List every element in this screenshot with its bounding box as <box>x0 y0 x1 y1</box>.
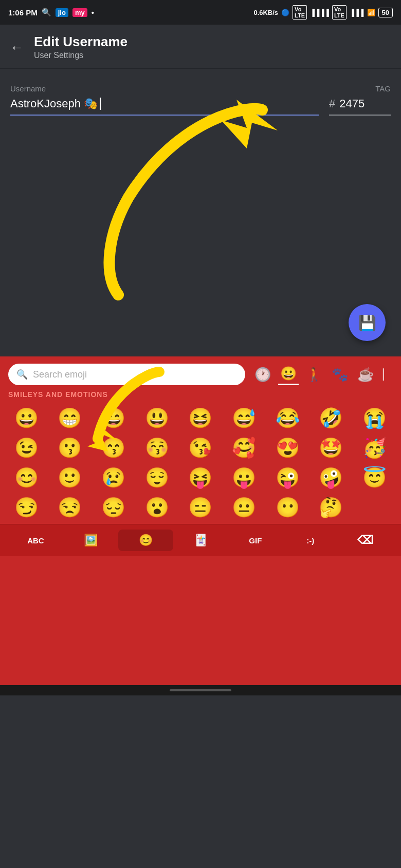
backspace-button[interactable]: ⌫ <box>338 530 393 551</box>
emoji-sweat-smile[interactable]: 😅 <box>223 404 265 432</box>
emoji-smiley[interactable]: 😃 <box>136 404 178 432</box>
emoji-rofl[interactable]: 🤣 <box>310 404 353 432</box>
emoji2-button[interactable]: 🃏 <box>173 530 228 551</box>
status-jio-icon: jio <box>56 8 68 17</box>
emoji-cry[interactable]: 😢 <box>92 463 135 492</box>
battery-icon: 50 <box>378 8 393 17</box>
ascii-label: :-) <box>306 536 314 545</box>
emoji-blush[interactable]: 😌 <box>136 463 178 492</box>
emoji-stuck-out-tongue-closed[interactable]: 😜 <box>266 463 309 492</box>
page-subtitle: User Settings <box>34 51 127 60</box>
username-value[interactable]: AstroKJoseph 🎭 <box>10 97 319 116</box>
emoji-star-struck[interactable]: 🤩 <box>310 433 353 462</box>
tag-label: TAG <box>329 84 391 93</box>
status-bar: 1:06 PM 🔍 jio my • 0.6KB/s 🔵 VoLTE ▐▐▐▐ … <box>0 0 401 25</box>
signal2-icon: ▐▐▐ <box>350 9 364 16</box>
emoji-open-mouth[interactable]: 😮 <box>136 493 178 522</box>
home-indicator <box>0 685 401 695</box>
emoji-stuck-out-tongue[interactable]: 😛 <box>223 463 265 492</box>
tag-hash: # <box>329 97 335 110</box>
main-content: Username AstroKJoseph 🎭 TAG # 2475 💾 <box>0 69 401 356</box>
sticker-button[interactable]: 🖼️ <box>63 530 118 551</box>
emoji-pensive[interactable]: 😔 <box>92 493 135 522</box>
username-field[interactable]: Username AstroKJoseph 🎭 <box>10 84 319 116</box>
search-placeholder-text: Search emoji <box>33 369 87 380</box>
status-my-icon: my <box>72 8 87 17</box>
tab-more[interactable]: ▏ <box>381 366 393 383</box>
emoji-smirk[interactable]: 😏 <box>5 493 48 522</box>
header: ← Edit Username User Settings <box>0 25 401 69</box>
emoji-grin[interactable]: 😁 <box>49 404 92 432</box>
status-time: 1:06 PM <box>8 8 38 17</box>
emoji-unamused[interactable]: 😒 <box>49 493 92 522</box>
username-text: AstroKJoseph 🎭 <box>10 97 98 110</box>
save-icon: 💾 <box>358 314 376 331</box>
status-right: 0.6KB/s 🔵 VoLTE ▐▐▐▐ VoLTE ▐▐▐ 📶 50 <box>253 5 393 20</box>
emoji-relieved[interactable]: 😊 <box>5 463 48 492</box>
search-icon: 🔍 <box>16 369 28 380</box>
emoji-zany[interactable]: 🤪 <box>310 463 353 492</box>
back-button[interactable]: ← <box>10 41 24 54</box>
lte-icon: VoLTE <box>293 5 307 20</box>
tab-smileys[interactable]: 😀 <box>278 364 299 385</box>
emoji-thinking[interactable]: 🤔 <box>310 493 353 522</box>
emoji-no-mouth[interactable]: 😶 <box>266 493 309 522</box>
emoji2-icon: 🃏 <box>194 534 208 547</box>
emoji-grinning[interactable]: 😀 <box>5 404 48 432</box>
tag-number: 2475 <box>339 97 364 110</box>
emoji-laughing[interactable]: 😆 <box>179 404 222 432</box>
emoji-stuck-out-tongue-wink[interactable]: 😝 <box>179 463 222 492</box>
signal-icon: ▐▐▐▐ <box>310 9 329 16</box>
emoji-party[interactable]: 🥳 <box>353 433 396 462</box>
emoji-sob[interactable]: 😭 <box>353 404 396 432</box>
header-text: Edit Username User Settings <box>34 34 127 60</box>
emoji-search-row: 🔍 Search emoji 🕐 😀 🚶 🐾 ☕ ▏ <box>0 356 401 385</box>
status-speed: 0.6KB/s <box>253 9 278 16</box>
emoji-search-box[interactable]: 🔍 Search emoji <box>8 364 245 385</box>
sticker-icon: 🖼️ <box>84 534 98 547</box>
category-label: SMILEYS AND EMOTIONS <box>0 385 401 402</box>
emoji-icon: 😊 <box>139 534 153 547</box>
save-fab-button[interactable]: 💾 <box>349 304 386 341</box>
emoji-heart-eyes[interactable]: 🥰 <box>223 433 265 462</box>
emoji-wink[interactable]: 😉 <box>5 433 48 462</box>
emoji-keyboard: 🔍 Search emoji 🕐 😀 🚶 🐾 ☕ ▏ SMILEYS AND E… <box>0 356 401 685</box>
emoji-bottom-toolbar: ABC 🖼️ 😊 🃏 GIF :-) ⌫ <box>0 524 401 556</box>
gif-button[interactable]: GIF <box>228 532 283 549</box>
wifi-icon: 📶 <box>367 9 375 16</box>
field-row: Username AstroKJoseph 🎭 TAG # 2475 <box>10 84 391 116</box>
emoji-smile[interactable]: 😄 <box>92 404 135 432</box>
tag-field: TAG # 2475 <box>329 84 391 116</box>
abc-button[interactable]: ABC <box>8 532 63 549</box>
emoji-kissing[interactable]: 😗 <box>49 433 92 462</box>
bluetooth-icon: 🔵 <box>281 9 289 16</box>
tab-animals[interactable]: 🐾 <box>330 365 350 385</box>
emoji-grid: 😀 😁 😄 😃 😆 😅 😂 🤣 😭 😉 😗 😙 😚 😘 🥰 😍 🤩 🥳 😊 🙂 … <box>0 402 401 524</box>
lte2-icon: VoLTE <box>332 5 347 20</box>
emoji-slight-smile[interactable]: 🙂 <box>49 463 92 492</box>
emoji-kissing-smiling[interactable]: 😙 <box>92 433 135 462</box>
tab-food[interactable]: ☕ <box>355 365 376 385</box>
backspace-icon: ⌫ <box>357 534 373 547</box>
emoji-joy[interactable]: 😂 <box>266 404 309 432</box>
tab-people[interactable]: 🚶 <box>304 365 324 385</box>
status-search-icon: 🔍 <box>42 8 51 17</box>
page-title: Edit Username <box>34 34 127 50</box>
ascii-button[interactable]: :-) <box>283 532 338 549</box>
emoji-picker-button[interactable]: 😊 <box>118 530 173 551</box>
emoji-kissing-heart[interactable]: 😘 <box>179 433 222 462</box>
tab-recent[interactable]: 🕐 <box>252 365 273 385</box>
emoji-expressionless[interactable]: 😑 <box>179 493 222 522</box>
emoji-tab-icons: 🕐 😀 🚶 🐾 ☕ ▏ <box>252 364 393 385</box>
gif-label: GIF <box>249 536 262 545</box>
emoji-kissing-closed[interactable]: 😚 <box>136 433 178 462</box>
emoji-halo[interactable]: 😇 <box>353 463 396 492</box>
emoji-heart-eyes-2[interactable]: 😍 <box>266 433 309 462</box>
username-label: Username <box>10 84 319 93</box>
home-bar <box>170 689 231 691</box>
emoji-neutral[interactable]: 😐 <box>223 493 265 522</box>
tag-value-row: # 2475 <box>329 97 391 116</box>
status-left: 1:06 PM 🔍 jio my • <box>8 8 94 17</box>
status-dot: • <box>92 8 94 17</box>
yellow-arrow-annotation <box>77 95 283 310</box>
